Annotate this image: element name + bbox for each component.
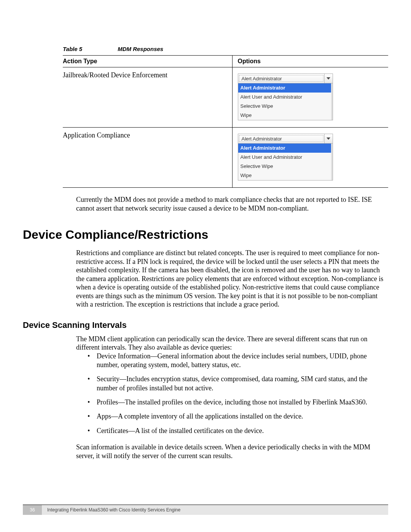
paragraph-scanning-intro: The MDM client application can periodica… (76, 335, 388, 352)
cell-options: Alert Administrator Alert Administrator … (232, 128, 388, 188)
dropdown-header[interactable]: Alert Administrator (238, 73, 333, 83)
chevron-down-icon[interactable] (324, 74, 333, 83)
list-item: Certificates—A list of the installed cer… (88, 427, 388, 435)
paragraph-scanning-outro: Scan information is available in device … (76, 443, 388, 460)
cell-action-type: Application Compliance (63, 128, 232, 188)
cell-options: Alert Administrator Alert Administrator … (232, 67, 388, 128)
options-dropdown[interactable]: Alert Administrator Alert Administrator … (238, 134, 333, 181)
paragraph-after-table: Currently the MDM does not provide a met… (76, 195, 388, 212)
paragraph-compliance: Restrictions and compliance are distinct… (76, 249, 388, 309)
dropdown-item[interactable]: Selective Wipe (238, 162, 331, 171)
list-item: Apps—A complete inventory of all the app… (88, 412, 388, 421)
col-header-action: Action Type (63, 56, 232, 67)
dropdown-selected: Alert Administrator (239, 75, 323, 82)
footer-doc-title: Integrating Fiberlink MaaS360 with Cisco… (42, 505, 388, 515)
page-footer: 36 Integrating Fiberlink MaaS360 with Ci… (23, 505, 388, 515)
scanning-bullet-list: Device Information—General information a… (88, 352, 388, 436)
footer-page-number: 36 (23, 505, 42, 515)
table-row: Application Compliance Alert Administrat… (63, 128, 388, 188)
table-caption-title: MDM Responses (118, 46, 163, 52)
dropdown-list: Alert Administrator Alert User and Admin… (238, 144, 333, 181)
dropdown-item[interactable]: Alert Administrator (238, 144, 331, 153)
table-row: Jailbreak/Rooted Device Enforcement Aler… (63, 67, 388, 128)
cell-action-type: Jailbreak/Rooted Device Enforcement (63, 67, 232, 128)
col-header-options: Options (232, 56, 388, 67)
heading-device-scanning: Device Scanning Intervals (23, 320, 388, 330)
dropdown-item[interactable]: Alert Administrator (238, 83, 331, 93)
list-item: Profiles—The installed profiles on the d… (88, 398, 388, 407)
table-caption-id: Table 5 (63, 46, 116, 52)
heading-device-compliance: Device Compliance/Restrictions (23, 228, 388, 242)
dropdown-list: Alert Administrator Alert User and Admin… (238, 83, 333, 120)
list-item: Device Information—General information a… (88, 352, 388, 370)
dropdown-item[interactable]: Alert User and Administrator (238, 153, 331, 162)
dropdown-item[interactable]: Alert User and Administrator (238, 93, 331, 102)
dropdown-item[interactable]: Selective Wipe (238, 102, 331, 111)
dropdown-item[interactable]: Wipe (238, 111, 331, 120)
table-caption: Table 5 MDM Responses (63, 46, 388, 52)
mdm-responses-table: Action Type Options Jailbreak/Rooted Dev… (63, 55, 388, 188)
dropdown-item[interactable]: Wipe (238, 171, 331, 180)
dropdown-selected: Alert Administrator (239, 135, 323, 142)
list-item: Security—Includes encryption status, dev… (88, 375, 388, 393)
options-dropdown[interactable]: Alert Administrator Alert Administrator … (238, 73, 333, 120)
chevron-down-icon[interactable] (324, 134, 333, 143)
dropdown-header[interactable]: Alert Administrator (238, 134, 333, 144)
